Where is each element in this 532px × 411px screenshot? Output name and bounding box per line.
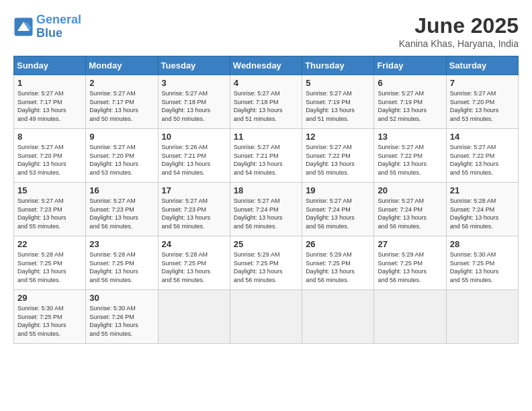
- calendar-cell: 21Sunrise: 5:28 AM Sunset: 7:24 PM Dayli…: [446, 183, 518, 236]
- day-number: 24: [162, 239, 226, 249]
- cell-info: Sunrise: 5:27 AM Sunset: 7:24 PM Dayligh…: [234, 197, 298, 230]
- weekday-header-monday: Monday: [86, 56, 158, 75]
- calendar-cell: 13Sunrise: 5:27 AM Sunset: 7:22 PM Dayli…: [374, 129, 446, 183]
- calendar-cell: 18Sunrise: 5:27 AM Sunset: 7:24 PM Dayli…: [230, 183, 302, 236]
- calendar-cell: 24Sunrise: 5:28 AM Sunset: 7:25 PM Dayli…: [158, 236, 230, 290]
- logo-blue: Blue: [36, 26, 62, 40]
- day-number: 11: [234, 132, 298, 142]
- day-number: 16: [89, 185, 154, 195]
- calendar-cell: 12Sunrise: 5:27 AM Sunset: 7:22 PM Dayli…: [302, 129, 374, 183]
- day-number: 18: [234, 185, 298, 195]
- calendar-cell: 19Sunrise: 5:27 AM Sunset: 7:24 PM Dayli…: [302, 183, 374, 236]
- page-header: General Blue June 2025 Kanina Khas, Hary…: [13, 13, 519, 49]
- logo-icon: [13, 17, 34, 37]
- weekday-header-saturday: Saturday: [446, 56, 518, 75]
- day-number: 9: [89, 132, 154, 142]
- title-section: June 2025 Kanina Khas, Haryana, India: [399, 13, 519, 49]
- cell-info: Sunrise: 5:27 AM Sunset: 7:21 PM Dayligh…: [234, 143, 298, 177]
- cell-info: Sunrise: 5:26 AM Sunset: 7:21 PM Dayligh…: [162, 143, 226, 177]
- calendar-cell: 2Sunrise: 5:27 AM Sunset: 7:17 PM Daylig…: [86, 75, 158, 129]
- calendar-cell: [374, 290, 446, 344]
- calendar-cell: 14Sunrise: 5:27 AM Sunset: 7:22 PM Dayli…: [446, 129, 518, 183]
- day-number: 6: [378, 78, 442, 88]
- cell-info: Sunrise: 5:29 AM Sunset: 7:25 PM Dayligh…: [234, 250, 298, 284]
- cell-info: Sunrise: 5:27 AM Sunset: 7:24 PM Dayligh…: [306, 197, 370, 230]
- cell-info: Sunrise: 5:27 AM Sunset: 7:17 PM Dayligh…: [17, 89, 82, 123]
- calendar-cell: 10Sunrise: 5:26 AM Sunset: 7:21 PM Dayli…: [158, 129, 230, 183]
- day-number: 23: [89, 239, 154, 249]
- calendar-cell: 4Sunrise: 5:27 AM Sunset: 7:18 PM Daylig…: [230, 75, 302, 129]
- month-title: June 2025: [399, 13, 519, 38]
- weekday-header-friday: Friday: [374, 56, 446, 75]
- calendar-cell: 15Sunrise: 5:27 AM Sunset: 7:23 PM Dayli…: [14, 183, 86, 236]
- location: Kanina Khas, Haryana, India: [399, 38, 519, 49]
- day-number: 19: [306, 185, 370, 195]
- cell-info: Sunrise: 5:27 AM Sunset: 7:18 PM Dayligh…: [162, 89, 226, 123]
- day-number: 2: [89, 78, 154, 88]
- cell-info: Sunrise: 5:30 AM Sunset: 7:26 PM Dayligh…: [89, 304, 154, 338]
- calendar-cell: 7Sunrise: 5:27 AM Sunset: 7:20 PM Daylig…: [446, 75, 518, 129]
- day-number: 22: [17, 239, 82, 249]
- cell-info: Sunrise: 5:28 AM Sunset: 7:25 PM Dayligh…: [162, 250, 226, 284]
- day-number: 20: [378, 185, 442, 195]
- day-number: 12: [306, 132, 370, 142]
- calendar-cell: 16Sunrise: 5:27 AM Sunset: 7:23 PM Dayli…: [86, 183, 158, 236]
- calendar-cell: 9Sunrise: 5:27 AM Sunset: 7:20 PM Daylig…: [86, 129, 158, 183]
- calendar-cell: 3Sunrise: 5:27 AM Sunset: 7:18 PM Daylig…: [158, 75, 230, 129]
- calendar-table: SundayMondayTuesdayWednesdayThursdayFrid…: [13, 56, 519, 344]
- day-number: 30: [89, 293, 154, 303]
- day-number: 13: [378, 132, 442, 142]
- calendar-cell: 17Sunrise: 5:27 AM Sunset: 7:23 PM Dayli…: [158, 183, 230, 236]
- calendar-cell: 1Sunrise: 5:27 AM Sunset: 7:17 PM Daylig…: [14, 75, 86, 129]
- logo-general: General: [36, 13, 81, 26]
- calendar-cell: 28Sunrise: 5:30 AM Sunset: 7:25 PM Dayli…: [446, 236, 518, 290]
- cell-info: Sunrise: 5:27 AM Sunset: 7:20 PM Dayligh…: [450, 89, 515, 123]
- calendar-cell: [230, 290, 302, 344]
- day-number: 25: [234, 239, 298, 249]
- cell-info: Sunrise: 5:27 AM Sunset: 7:19 PM Dayligh…: [306, 89, 370, 123]
- day-number: 14: [450, 132, 515, 142]
- cell-info: Sunrise: 5:27 AM Sunset: 7:20 PM Dayligh…: [89, 143, 154, 177]
- calendar-cell: 6Sunrise: 5:27 AM Sunset: 7:19 PM Daylig…: [374, 75, 446, 129]
- cell-info: Sunrise: 5:29 AM Sunset: 7:25 PM Dayligh…: [378, 250, 442, 284]
- cell-info: Sunrise: 5:27 AM Sunset: 7:19 PM Dayligh…: [378, 89, 442, 123]
- calendar-cell: 25Sunrise: 5:29 AM Sunset: 7:25 PM Dayli…: [230, 236, 302, 290]
- cell-info: Sunrise: 5:27 AM Sunset: 7:17 PM Dayligh…: [89, 89, 154, 123]
- calendar-cell: 29Sunrise: 5:30 AM Sunset: 7:25 PM Dayli…: [14, 290, 86, 344]
- cell-info: Sunrise: 5:30 AM Sunset: 7:25 PM Dayligh…: [17, 304, 82, 338]
- day-number: 4: [234, 78, 298, 88]
- cell-info: Sunrise: 5:28 AM Sunset: 7:24 PM Dayligh…: [450, 197, 515, 230]
- calendar-cell: [158, 290, 230, 344]
- calendar-cell: [302, 290, 374, 344]
- cell-info: Sunrise: 5:28 AM Sunset: 7:25 PM Dayligh…: [89, 250, 154, 284]
- cell-info: Sunrise: 5:27 AM Sunset: 7:22 PM Dayligh…: [306, 143, 370, 177]
- day-number: 7: [450, 78, 515, 88]
- calendar-cell: [446, 290, 518, 344]
- calendar-cell: 27Sunrise: 5:29 AM Sunset: 7:25 PM Dayli…: [374, 236, 446, 290]
- cell-info: Sunrise: 5:27 AM Sunset: 7:23 PM Dayligh…: [162, 197, 226, 230]
- cell-info: Sunrise: 5:27 AM Sunset: 7:23 PM Dayligh…: [17, 197, 82, 230]
- cell-info: Sunrise: 5:27 AM Sunset: 7:22 PM Dayligh…: [450, 143, 515, 177]
- day-number: 28: [450, 239, 515, 249]
- weekday-header-thursday: Thursday: [302, 56, 374, 75]
- calendar-cell: 26Sunrise: 5:29 AM Sunset: 7:25 PM Dayli…: [302, 236, 374, 290]
- day-number: 3: [162, 78, 226, 88]
- day-number: 10: [162, 132, 226, 142]
- cell-info: Sunrise: 5:27 AM Sunset: 7:20 PM Dayligh…: [17, 143, 82, 177]
- day-number: 26: [306, 239, 370, 249]
- cell-info: Sunrise: 5:30 AM Sunset: 7:25 PM Dayligh…: [450, 250, 515, 284]
- calendar-cell: 23Sunrise: 5:28 AM Sunset: 7:25 PM Dayli…: [86, 236, 158, 290]
- day-number: 21: [450, 185, 515, 195]
- day-number: 1: [17, 78, 82, 88]
- day-number: 17: [162, 185, 226, 195]
- calendar-cell: 22Sunrise: 5:28 AM Sunset: 7:25 PM Dayli…: [14, 236, 86, 290]
- cell-info: Sunrise: 5:27 AM Sunset: 7:24 PM Dayligh…: [378, 197, 442, 230]
- calendar-cell: 20Sunrise: 5:27 AM Sunset: 7:24 PM Dayli…: [374, 183, 446, 236]
- cell-info: Sunrise: 5:27 AM Sunset: 7:23 PM Dayligh…: [89, 197, 154, 230]
- day-number: 15: [17, 185, 82, 195]
- day-number: 29: [17, 293, 82, 303]
- calendar-cell: 30Sunrise: 5:30 AM Sunset: 7:26 PM Dayli…: [86, 290, 158, 344]
- day-number: 5: [306, 78, 370, 88]
- logo: General Blue: [13, 13, 81, 40]
- calendar-cell: 11Sunrise: 5:27 AM Sunset: 7:21 PM Dayli…: [230, 129, 302, 183]
